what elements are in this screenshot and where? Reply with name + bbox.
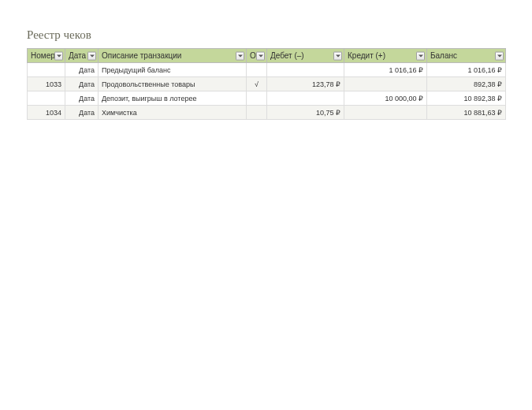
col-header-label: О xyxy=(250,51,256,60)
cell-date[interactable]: Дата xyxy=(65,63,99,77)
register-table: Номер Дата Описание транзакции О Дебет (… xyxy=(27,48,506,120)
dropdown-icon[interactable] xyxy=(236,51,244,60)
col-header-label: Описание транзакции xyxy=(102,51,181,60)
col-header-label: Дебет (–) xyxy=(270,51,304,60)
cell-debit[interactable] xyxy=(267,91,344,106)
col-header-label: Дата xyxy=(69,51,86,60)
cell-debit[interactable] xyxy=(267,63,344,77)
table-row: Дата Депозит, выигрыш в лотерее 10 000,0… xyxy=(28,91,506,106)
cell-desc[interactable]: Продовольственные товары xyxy=(99,77,247,91)
col-header-credit[interactable]: Кредит (+) xyxy=(344,49,427,63)
cell-o[interactable] xyxy=(247,106,267,120)
col-header-o[interactable]: О xyxy=(247,49,267,63)
cell-date[interactable]: Дата xyxy=(65,91,99,106)
cell-num[interactable] xyxy=(28,91,65,106)
cell-desc[interactable]: Химчистка xyxy=(99,106,247,120)
cell-credit[interactable] xyxy=(344,77,427,91)
cell-debit[interactable]: 10,75 ₽ xyxy=(267,106,344,120)
table-row: Дата Предыдущий баланс 1 016,16 ₽ 1 016,… xyxy=(28,63,506,77)
table-row: 1034 Дата Химчистка 10,75 ₽ 10 881,63 ₽ xyxy=(28,106,506,120)
cell-credit[interactable] xyxy=(344,106,427,120)
cell-num[interactable]: 1034 xyxy=(28,106,65,120)
cell-o[interactable] xyxy=(247,63,267,77)
cell-desc[interactable]: Предыдущий баланс xyxy=(99,63,247,77)
cell-num[interactable] xyxy=(28,63,65,77)
cell-desc[interactable]: Депозит, выигрыш в лотерее xyxy=(99,91,247,106)
dropdown-icon[interactable] xyxy=(54,51,63,60)
table-row: 1033 Дата Продовольственные товары √ 123… xyxy=(28,77,506,91)
dropdown-icon[interactable] xyxy=(256,51,265,60)
dropdown-icon[interactable] xyxy=(333,51,342,60)
col-header-num[interactable]: Номер xyxy=(28,49,65,63)
cell-date[interactable]: Дата xyxy=(65,77,99,91)
header-row: Номер Дата Описание транзакции О Дебет (… xyxy=(28,49,506,63)
cell-num[interactable]: 1033 xyxy=(28,77,65,91)
cell-credit[interactable]: 10 000,00 ₽ xyxy=(344,91,427,106)
col-header-date[interactable]: Дата xyxy=(65,49,99,63)
cell-debit[interactable]: 123,78 ₽ xyxy=(267,77,344,91)
cell-balance[interactable]: 10 892,38 ₽ xyxy=(427,91,506,106)
cell-balance[interactable]: 10 881,63 ₽ xyxy=(427,106,506,120)
cell-balance[interactable]: 1 016,16 ₽ xyxy=(427,63,506,77)
cell-o[interactable]: √ xyxy=(247,77,267,91)
col-header-label: Номер xyxy=(31,51,55,60)
col-header-balance[interactable]: Баланс xyxy=(427,49,506,63)
col-header-label: Кредит (+) xyxy=(348,51,385,60)
col-header-desc[interactable]: Описание транзакции xyxy=(99,49,247,63)
cell-date[interactable]: Дата xyxy=(65,106,99,120)
dropdown-icon[interactable] xyxy=(416,51,425,60)
page-title: Реестр чеков xyxy=(27,28,505,42)
col-header-debit[interactable]: Дебет (–) xyxy=(267,49,344,63)
cell-o[interactable] xyxy=(247,91,267,106)
dropdown-icon[interactable] xyxy=(495,51,504,60)
dropdown-icon[interactable] xyxy=(87,51,96,60)
cell-balance[interactable]: 892,38 ₽ xyxy=(427,77,506,91)
col-header-label: Баланс xyxy=(430,51,457,60)
cell-credit[interactable]: 1 016,16 ₽ xyxy=(344,63,427,77)
